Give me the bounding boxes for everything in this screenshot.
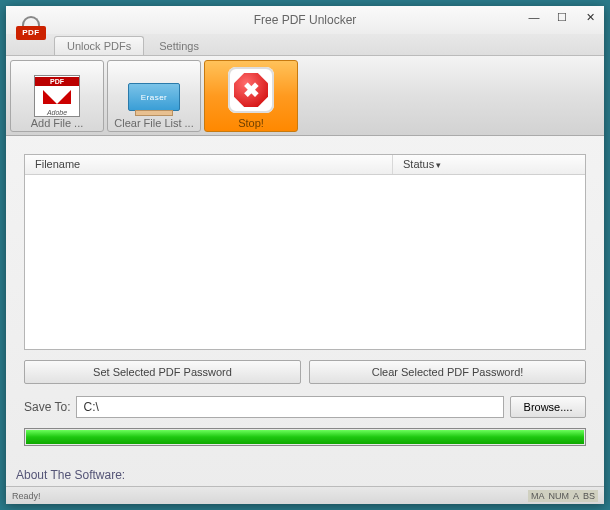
- progress-bar: [24, 428, 586, 446]
- save-to-label: Save To:: [24, 400, 70, 414]
- app-window: PDF Free PDF Unlocker — ☐ ✕ Unlock PDFs …: [6, 6, 604, 504]
- stop-label: Stop!: [238, 117, 264, 129]
- add-file-button[interactable]: Adobe Add File ...: [10, 60, 104, 132]
- progress-fill: [26, 430, 584, 444]
- sort-arrow-icon: ▾: [436, 160, 441, 170]
- stop-icon: ✖: [228, 67, 274, 113]
- clear-password-button[interactable]: Clear Selected PDF Password!: [309, 360, 586, 384]
- list-header: Filename Status▾: [25, 155, 585, 175]
- file-list[interactable]: Filename Status▾: [24, 154, 586, 350]
- column-status[interactable]: Status▾: [393, 155, 585, 174]
- window-title: Free PDF Unlocker: [254, 13, 357, 27]
- maximize-button[interactable]: ☐: [548, 6, 576, 28]
- tab-unlock-pdfs[interactable]: Unlock PDFs: [54, 36, 144, 55]
- tab-settings[interactable]: Settings: [146, 36, 212, 55]
- toolbar: Adobe Add File ... Eraser Clear File Lis…: [6, 56, 604, 136]
- titlebar: PDF Free PDF Unlocker — ☐ ✕: [6, 6, 604, 34]
- close-button[interactable]: ✕: [576, 6, 604, 28]
- status-ready: Ready!: [12, 491, 41, 501]
- app-icon: PDF: [16, 12, 46, 42]
- add-file-label: Add File ...: [31, 117, 84, 129]
- stop-button[interactable]: ✖ Stop!: [204, 60, 298, 132]
- minimize-button[interactable]: —: [520, 6, 548, 28]
- tab-bar: Unlock PDFs Settings: [6, 34, 604, 56]
- clear-list-label: Clear File List ...: [114, 117, 193, 129]
- eraser-icon: Eraser: [128, 83, 180, 111]
- content-area: Filename Status▾ Set Selected PDF Passwo…: [6, 136, 604, 454]
- save-to-input[interactable]: [76, 396, 504, 418]
- set-password-button[interactable]: Set Selected PDF Password: [24, 360, 301, 384]
- status-indicators: MA NUM A BS: [528, 490, 598, 502]
- column-filename[interactable]: Filename: [25, 155, 393, 174]
- pdf-file-icon: Adobe: [34, 75, 80, 117]
- about-link[interactable]: About The Software:: [6, 454, 604, 488]
- clear-file-list-button[interactable]: Eraser Clear File List ...: [107, 60, 201, 132]
- status-bar: Ready! MA NUM A BS: [6, 486, 604, 504]
- browse-button[interactable]: Browse....: [510, 396, 586, 418]
